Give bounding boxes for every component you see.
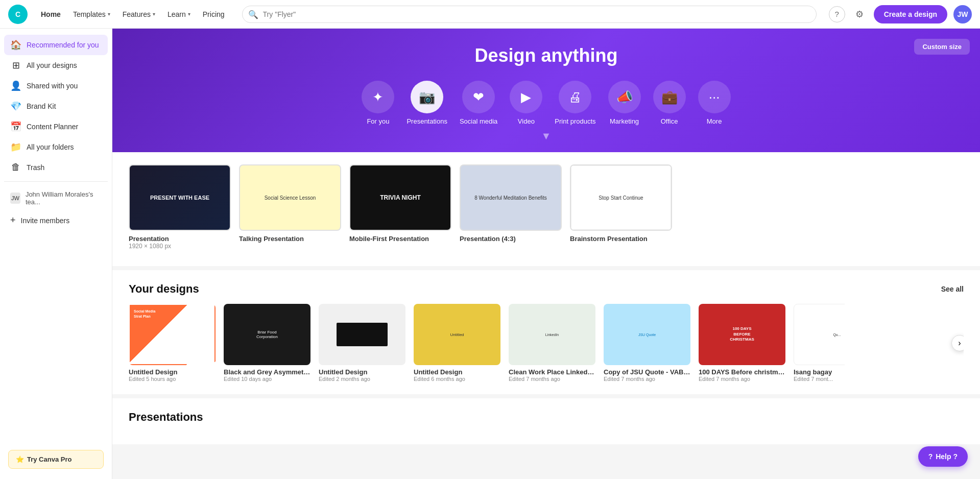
design-thumb-1: Social MediaStrat Plan: [129, 304, 216, 365]
cat-video[interactable]: ▶ Video: [510, 81, 542, 125]
presentations-section: Presentations: [112, 398, 980, 444]
invite-members-button[interactable]: + Invite members: [4, 210, 108, 230]
template-card-mobile[interactable]: TRIVIA NIGHT Mobile-First Presentation: [349, 164, 451, 250]
hero-banner: Custom size Design anything ✦ For you 📷 …: [112, 29, 980, 152]
cat-social-media[interactable]: ❤ Social media: [460, 81, 497, 125]
presentations-header: Presentations: [129, 411, 964, 424]
template-thumb-img-3: TRIVIA NIGHT: [350, 165, 450, 230]
sidebar-item-shared[interactable]: 👤 Shared with you: [4, 76, 108, 96]
help-icon-button[interactable]: ?: [829, 6, 845, 22]
office-icon: 💼: [653, 81, 686, 113]
sidebar-item-trash[interactable]: 🗑 Trash: [4, 157, 108, 177]
d1-label: Social MediaStrat Plan: [134, 309, 155, 319]
design-card-6[interactable]: JSU Quote Copy of JSU Quote - VAB P... E…: [604, 304, 690, 382]
cat-presentations[interactable]: 📷 Presentations: [407, 81, 447, 125]
cat-marketing[interactable]: 📣 Marketing: [608, 81, 641, 125]
template-size-1: 1920 × 1080 px: [129, 243, 231, 250]
design-date-1: Edited 5 hours ago: [129, 376, 216, 382]
design-cards-list: Social MediaStrat Plan Untitled Design E…: [129, 304, 964, 382]
design-name-1: Untitled Design: [129, 368, 216, 376]
d6-label: JSU Quote: [638, 333, 656, 337]
nav-features[interactable]: Features ▾: [117, 7, 160, 21]
template-thumb-img-2: Social Science Lesson: [240, 165, 340, 230]
brand-icon: 💎: [10, 101, 21, 112]
sidebar-item-recommended[interactable]: 🏠 Recommended for you: [4, 35, 108, 55]
main-layout: 🏠 Recommended for you ⊞ All your designs…: [0, 0, 980, 479]
your-designs-section: Your designs See all Social MediaStrat P…: [112, 270, 980, 394]
avatar[interactable]: JW: [953, 5, 972, 23]
design-thumb-5: LinkedIn: [509, 304, 595, 365]
sidebar-item-brand[interactable]: 💎 Brand Kit: [4, 96, 108, 116]
settings-button[interactable]: ⚙: [851, 6, 868, 22]
calendar-icon: 📅: [10, 121, 21, 132]
cat-office[interactable]: 💼 Office: [653, 81, 686, 125]
nav-templates[interactable]: Templates ▾: [68, 7, 115, 21]
sidebar-divider-1: [4, 181, 108, 182]
nav-home[interactable]: Home: [36, 7, 66, 21]
logo-text: C: [15, 10, 20, 18]
nav-links: Home Templates ▾ Features ▾ Learn ▾ Pric…: [36, 7, 230, 21]
thumb-text-4: 8 Wonderful Meditation Benefits: [470, 191, 551, 205]
try-pro-button[interactable]: ⭐ Try Canva Pro: [8, 450, 104, 469]
templates-chevron: ▾: [108, 11, 110, 17]
template-card-brainstorm[interactable]: Stop Start Continue Brainstorm Presentat…: [570, 164, 672, 250]
design-card-7[interactable]: 100 DAYSBEFORECHRISTMAS 100 DAYS Before …: [699, 304, 785, 382]
next-arrow-button[interactable]: ›: [951, 335, 964, 351]
sidebar-item-folders[interactable]: 📁 All your folders: [4, 137, 108, 157]
your-designs-title: Your designs: [129, 282, 199, 296]
nav-pricing[interactable]: Pricing: [198, 7, 230, 21]
design-card-1[interactable]: Social MediaStrat Plan Untitled Design E…: [129, 304, 216, 382]
design-date-5: Edited 7 months ago: [509, 376, 595, 382]
d4-label: Untitled: [450, 332, 464, 337]
star-icon: ⭐: [16, 456, 24, 463]
design-card-2[interactable]: Briar FoodCorporation Black and Grey Asy…: [224, 304, 310, 382]
design-card-8[interactable]: Qu... Isang bagay Edited 7 mont...: [794, 304, 845, 382]
design-card-3[interactable]: Untitled Design Edited 2 months ago: [319, 304, 405, 382]
design-date-8: Edited 7 mont...: [794, 376, 845, 382]
template-card-43[interactable]: 8 Wonderful Meditation Benefits Presenta…: [460, 164, 562, 250]
template-thumb-4: 8 Wonderful Meditation Benefits: [460, 164, 562, 231]
grid-icon: ⊞: [10, 60, 21, 71]
template-card-presentation[interactable]: PRESENT WITH EASE Presentation 1920 × 10…: [129, 164, 231, 250]
cat-print-products[interactable]: 🖨 Print products: [555, 81, 595, 125]
design-thumb-4: Untitled: [414, 304, 500, 365]
template-name-3: Mobile-First Presentation: [349, 235, 451, 243]
template-thumb-img-4: 8 Wonderful Meditation Benefits: [461, 165, 561, 230]
design-thumb-6: JSU Quote: [604, 304, 690, 365]
d5-label: LinkedIn: [545, 333, 559, 337]
print-icon: 🖨: [559, 81, 591, 113]
more-icon: ···: [698, 81, 731, 113]
see-all-designs-link[interactable]: See all: [941, 285, 964, 293]
design-date-3: Edited 2 months ago: [319, 376, 405, 382]
nav-learn[interactable]: Learn ▾: [162, 7, 196, 21]
shared-icon: 👤: [10, 80, 21, 91]
sidebar-item-all-designs[interactable]: ⊞ All your designs: [4, 55, 108, 76]
template-card-talking[interactable]: Social Science Lesson Talking Presentati…: [239, 164, 341, 250]
templates-section: PRESENT WITH EASE Presentation 1920 × 10…: [112, 152, 980, 266]
design-date-7: Edited 7 months ago: [699, 376, 785, 382]
design-card-4[interactable]: Untitled Untitled Design Edited 6 months…: [414, 304, 500, 382]
custom-size-button[interactable]: Custom size: [914, 39, 970, 55]
template-thumb-img-5: Stop Start Continue: [571, 165, 671, 230]
help-button[interactable]: ? Help ?: [918, 446, 968, 467]
home-icon: 🏠: [10, 39, 21, 51]
search-input[interactable]: [242, 6, 817, 23]
plus-icon: +: [10, 215, 16, 226]
thumb-text-2: Social Science Lesson: [260, 191, 320, 205]
features-chevron: ▾: [153, 11, 155, 17]
design-name-8: Isang bagay: [794, 368, 845, 376]
create-design-button[interactable]: Create a design: [874, 5, 947, 23]
design-card-5[interactable]: LinkedIn Clean Work Place LinkedIn... Ed…: [509, 304, 595, 382]
design-name-5: Clean Work Place LinkedIn...: [509, 368, 595, 376]
d3-inner: [337, 323, 388, 346]
cat-more[interactable]: ··· More: [698, 81, 731, 125]
design-thumb-2: Briar FoodCorporation: [224, 304, 310, 365]
video-icon: ▶: [510, 81, 542, 113]
nav-right: ? ⚙ Create a design JW: [829, 5, 972, 23]
template-cards-list: PRESENT WITH EASE Presentation 1920 × 10…: [129, 164, 964, 254]
sidebar-team[interactable]: JW John William Morales's tea...: [4, 186, 108, 210]
canva-logo[interactable]: C: [8, 5, 28, 24]
cat-for-you[interactable]: ✦ For you: [362, 81, 394, 125]
down-arrow-icon: ▼: [541, 130, 552, 141]
sidebar-item-content-planner[interactable]: 📅 Content Planner: [4, 116, 108, 137]
